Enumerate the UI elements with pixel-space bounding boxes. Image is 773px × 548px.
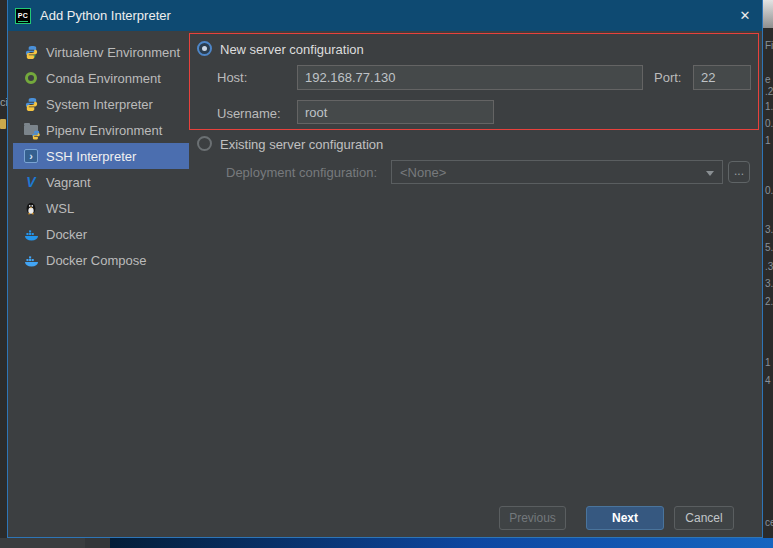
previous-button[interactable]: Previous [499,506,566,530]
sidebar-item-label: System Interpreter [46,97,153,112]
python-icon [23,96,39,112]
background-text-fragment: 4 [765,375,771,386]
sidebar-item-docker-compose[interactable]: Docker Compose [13,247,189,273]
docker-compose-icon [23,252,39,268]
dropdown-value: <None> [400,165,446,180]
background-text-fragment: .3 [765,261,773,272]
sidebar-item-label: Vagrant [46,175,91,190]
interpreter-type-sidebar: Virtualenv Environment Conda Environment… [13,39,189,273]
host-label: Host: [217,70,247,85]
background-text-fragment: 5. [765,242,773,253]
background-text-fragment: 1. [765,101,773,112]
pipenv-folder-icon [23,122,39,138]
taskbar-strip [110,538,773,548]
background-text-fragment: 3. [765,278,773,289]
sidebar-item-label: Pipenv Environment [46,123,162,138]
background-text-fragment: 2. [765,296,773,307]
background-icon-fragment [0,119,6,129]
username-input[interactable] [297,100,494,124]
background-right-strip: File.21.0.1 10.3.5..33.2.14ce [763,0,773,548]
pycharm-logo-icon: PC [15,8,31,24]
linux-penguin-icon [23,200,39,216]
background-text-fragment: 0. [765,118,773,129]
sidebar-item-label: Docker Compose [46,253,146,268]
existing-server-label: Existing server configuration [220,137,383,152]
sidebar-item-docker[interactable]: Docker [13,221,189,247]
background-left-strip: ci [0,0,7,548]
sidebar-item-label: SSH Interpreter [46,149,136,164]
next-button[interactable]: Next [586,506,664,530]
background-text-fragment: 3. [765,224,773,235]
port-input[interactable] [693,65,751,90]
sidebar-item-virtualenv[interactable]: Virtualenv Environment [13,39,189,65]
sidebar-item-label: Conda Environment [46,71,161,86]
existing-server-radio[interactable] [197,136,212,151]
new-server-radio[interactable] [197,41,212,56]
sidebar-item-label: WSL [46,201,74,216]
port-label: Port: [654,70,681,85]
dialog-titlebar: PC Add Python Interpreter ✕ [8,0,762,31]
dialog-title: Add Python Interpreter [40,8,171,23]
ssh-terminal-icon: › [23,148,39,164]
docker-whale-icon [23,226,39,242]
sidebar-item-label: Docker [46,227,87,242]
add-interpreter-dialog: PC Add Python Interpreter ✕ Virtualenv E… [7,0,763,538]
sidebar-item-pipenv[interactable]: Pipenv Environment [13,117,189,143]
vagrant-icon: V [23,174,39,190]
background-bottom-divider [85,538,110,548]
background-text-fragment: ce [765,517,773,528]
sidebar-item-ssh-interpreter[interactable]: › SSH Interpreter [13,143,189,169]
chevron-down-icon [706,171,714,176]
sidebar-item-wsl[interactable]: WSL [13,195,189,221]
close-icon[interactable]: ✕ [736,7,754,25]
background-text-fragment: 1 1 [765,135,773,146]
background-text-fragment: 1 [765,357,771,368]
deployment-config-dropdown[interactable]: <None> [391,160,723,184]
background-text-fragment: e [765,74,771,85]
host-input[interactable] [297,65,643,90]
new-server-label: New server configuration [220,42,364,57]
username-label: Username: [217,106,281,121]
cancel-button[interactable]: Cancel [674,506,734,530]
python-virtualenv-icon [23,44,39,60]
deployment-config-label: Deployment configuration: [226,165,377,180]
sidebar-item-vagrant[interactable]: V Vagrant [13,169,189,195]
background-text-fragment: 0. [765,185,773,196]
conda-icon [23,70,39,86]
browse-deployment-button[interactable]: ... [728,161,750,183]
sidebar-item-label: Virtualenv Environment [46,45,180,60]
background-text-fragment: Fil [765,40,773,51]
background-window-edge [763,0,773,28]
sidebar-item-conda[interactable]: Conda Environment [13,65,189,91]
sidebar-item-system-interpreter[interactable]: System Interpreter [13,91,189,117]
background-text-fragment: .2 [765,86,773,97]
